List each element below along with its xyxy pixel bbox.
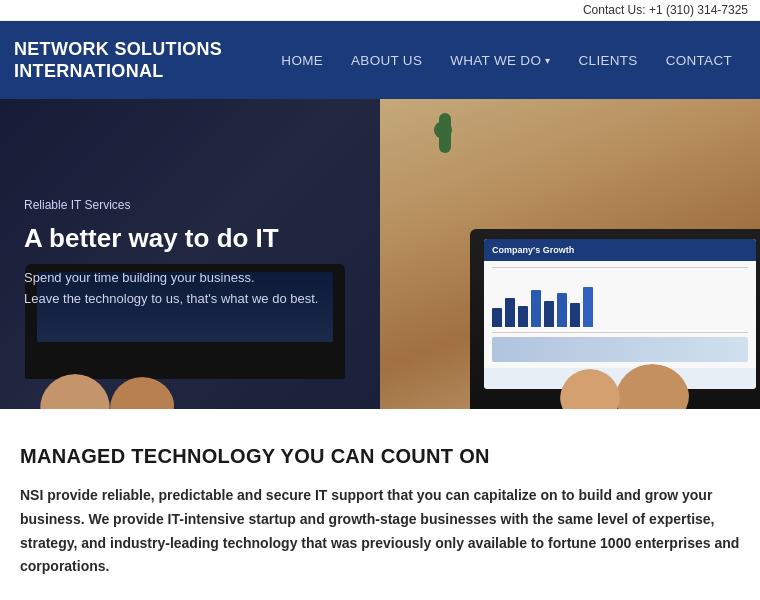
cactus-bulge: [434, 121, 452, 139]
main-content-section: MANAGED TECHNOLOGY YOU CAN COUNT ON NSI …: [0, 409, 760, 600]
hero-section: Company's Growth: [0, 99, 760, 409]
hero-right-panel: Company's Growth: [380, 99, 760, 409]
nav-about-us[interactable]: ABOUT US: [337, 45, 436, 76]
chart-bars: [492, 274, 748, 329]
hero-title: A better way to do IT: [24, 222, 356, 255]
hero-subtitle: Spend your time building your business. …: [24, 268, 356, 310]
right-hands: [540, 359, 700, 409]
left-hand-2: [560, 369, 620, 409]
bar-5: [544, 301, 554, 328]
bar-6: [557, 293, 567, 327]
screen-body: [484, 261, 756, 368]
bar-4: [531, 290, 541, 327]
cactus-decoration: [430, 113, 460, 163]
bar-2: [505, 298, 515, 327]
nav-home[interactable]: HOME: [267, 45, 337, 76]
bar-7: [570, 303, 580, 327]
bar-3: [518, 306, 528, 327]
managed-tech-body: NSI provide reliable, predictable and se…: [20, 484, 740, 579]
hero-content: Reliable IT Services A better way to do …: [0, 99, 380, 409]
right-hand-2: [615, 364, 690, 409]
main-nav: HOME ABOUT US WHAT WE DO ▾ CLIENTS CONTA…: [267, 45, 746, 76]
site-header: NETWORK SOLUTIONS INTERNATIONAL HOME ABO…: [0, 21, 760, 99]
screen-header: Company's Growth: [484, 239, 756, 261]
nav-clients[interactable]: CLIENTS: [565, 45, 652, 76]
chart-baseline: [492, 332, 748, 333]
bar-1: [492, 308, 502, 327]
chevron-down-icon: ▾: [545, 55, 550, 66]
hero-tag: Reliable IT Services: [24, 198, 356, 212]
contact-text: Contact Us: +1 (310) 314-7325: [583, 3, 748, 17]
divider: [492, 267, 748, 268]
nav-contact[interactable]: CONTACT: [652, 45, 746, 76]
nav-what-we-do[interactable]: WHAT WE DO ▾: [436, 45, 564, 76]
managed-tech-title: MANAGED TECHNOLOGY YOU CAN COUNT ON: [20, 445, 740, 468]
contact-bar: Contact Us: +1 (310) 314-7325: [0, 0, 760, 21]
site-logo: NETWORK SOLUTIONS INTERNATIONAL: [14, 38, 222, 83]
bar-8: [583, 287, 593, 327]
